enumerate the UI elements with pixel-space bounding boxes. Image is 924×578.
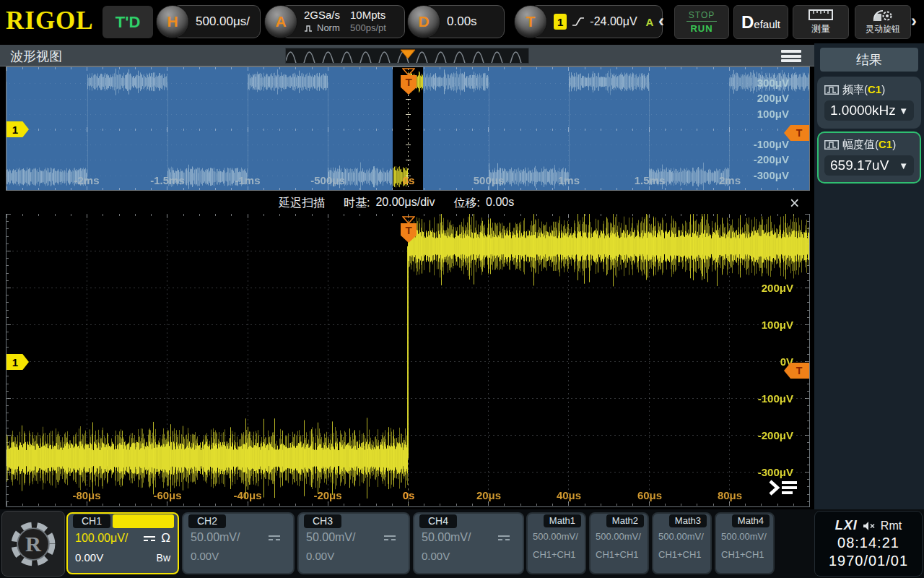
- math1-tab[interactable]: Math1: [544, 514, 581, 527]
- trigger-position-triangle-icon[interactable]: [402, 68, 415, 76]
- channel3-card[interactable]: CH3 50.00mV/ 0.00V: [297, 512, 410, 574]
- clock-time: 08:14:21: [837, 535, 899, 551]
- dc-coupling-icon: [144, 536, 155, 541]
- rigol-logo: RIGOL: [6, 7, 94, 35]
- window-position-marker: [401, 50, 415, 59]
- measurement-value: 1.0000kHz: [830, 103, 896, 118]
- trigger-control[interactable]: T 1 -24.00μV A: [514, 5, 663, 38]
- math1-card[interactable]: Math1 500.00mV/ CH1+CH1: [526, 512, 586, 574]
- toolbar-prev-icon[interactable]: ‹: [658, 11, 664, 31]
- channel2-card[interactable]: CH2 50.00mV/ 0.00V: [182, 512, 295, 574]
- math2-tab[interactable]: Math2: [606, 514, 644, 527]
- offset-label: 位移:: [454, 196, 480, 211]
- math4-card[interactable]: Math4 500.00mV/ CH1+CH1: [715, 512, 775, 574]
- math4-tab[interactable]: Math4: [732, 514, 770, 527]
- acquire-knob[interactable]: A: [264, 5, 297, 38]
- trigger-info[interactable]: 1 -24.00μV A: [531, 5, 663, 38]
- trigger-position-triangle-icon[interactable]: [402, 216, 415, 224]
- sine-indicator-icon: [286, 48, 529, 64]
- math3-card[interactable]: Math3 500.00mV/ CH1+CH1: [652, 512, 712, 574]
- delay-knob[interactable]: D: [407, 5, 440, 38]
- y-tick: -300μV: [738, 169, 789, 182]
- channel-offset: 0.00V: [306, 550, 334, 562]
- channel4-tab[interactable]: CH4: [419, 514, 457, 528]
- measurement-frequency-card[interactable]: 频率(C1) 1.0000kHz ▼: [817, 77, 921, 129]
- y-tick: 100μV: [738, 108, 789, 121]
- channel2-tab[interactable]: CH2: [188, 514, 226, 528]
- trigger-knob[interactable]: T: [514, 5, 547, 38]
- stop-label: STOP: [687, 10, 717, 22]
- rigol-knob-logo[interactable]: R: [1, 511, 65, 577]
- x-tick: -80μs: [58, 489, 116, 501]
- waveform-view-title: 波形视图: [10, 48, 62, 65]
- system-status-card[interactable]: LXI Rmt 08:14:21 1970/01/01: [814, 511, 923, 577]
- x-tick-zero: 0s: [380, 174, 437, 186]
- trigger-status-badge[interactable]: T'D: [103, 6, 153, 38]
- math2-card[interactable]: Math2 500.00mV/ CH1+CH1: [589, 512, 649, 574]
- x-tick: 1.5ms: [621, 174, 679, 186]
- dc-coupling-icon: [384, 535, 396, 540]
- bottom-status-bar: R CH1 100.00μV/ Ω 0.00V Bw CH2 50.00mV/ …: [0, 509, 924, 578]
- channel1-active-strip: [113, 514, 174, 528]
- stop-run-button[interactable]: STOP RUN: [674, 5, 729, 39]
- timebase-position-indicator[interactable]: [285, 48, 529, 64]
- knob-gear-icon: [872, 9, 894, 22]
- horizontal-control[interactable]: H 500.00μs/: [156, 5, 261, 38]
- hamburger-menu-icon[interactable]: [781, 50, 801, 62]
- x-tick: -60μs: [139, 489, 196, 501]
- measure-button[interactable]: 测量: [793, 5, 849, 39]
- channel-scale: 50.00mV/: [306, 531, 355, 544]
- menu-expand-icon[interactable]: [767, 476, 799, 499]
- toolbar-next-icon[interactable]: ›: [911, 11, 917, 31]
- default-button[interactable]: Default: [733, 5, 788, 39]
- y-tick: 100μV: [743, 319, 793, 332]
- results-title: 结果: [820, 48, 918, 72]
- x-tick: 80μs: [701, 489, 759, 501]
- math3-tab[interactable]: Math3: [669, 514, 707, 527]
- gear-logo-icon: R: [6, 517, 61, 571]
- math-expression: CH1+CH1: [658, 549, 705, 560]
- math-expression: CH1+CH1: [596, 549, 642, 560]
- delay-control[interactable]: D 0.00s: [407, 5, 505, 38]
- x-tick: -20μs: [299, 489, 357, 501]
- horizontal-knob[interactable]: H: [156, 5, 189, 38]
- x-tick: 1ms: [540, 174, 598, 186]
- trigger-sweep-mode: A: [646, 16, 654, 28]
- math-scale: 500.00mV/: [658, 531, 705, 542]
- acquire-info[interactable]: 2GSa/s Norm 10Mpts 500ps/pt: [281, 5, 405, 38]
- results-panel: 结果 频率(C1) 1.0000kHz ▼ 幅度值(C1) 659.17uV ▼: [814, 43, 924, 509]
- delay-sweep-title: 延迟扫描: [279, 196, 325, 211]
- acquire-control[interactable]: A 2GSa/s Norm 10Mpts 500ps/pt: [264, 5, 405, 38]
- pulse-mode-icon: [304, 24, 314, 33]
- channel4-card[interactable]: CH4 50.00mV/ 0.00V: [413, 512, 524, 574]
- x-tick: -1ms: [219, 174, 276, 186]
- channel3-tab[interactable]: CH3: [304, 514, 341, 528]
- zoom-waveform-view[interactable]: T 1 T -80μs -60μs -40μs -20μs 0s 20μs 40…: [6, 214, 810, 507]
- dc-coupling-icon: [498, 535, 510, 540]
- dropdown-icon[interactable]: ▼: [899, 160, 908, 171]
- channel1-tab[interactable]: CH1: [73, 514, 110, 528]
- x-tick: 60μs: [621, 489, 679, 501]
- x-tick: 500μs: [460, 174, 518, 186]
- measurement-amplitude-card[interactable]: 幅度值(C1) 659.17uV ▼: [817, 131, 921, 184]
- channel1-card[interactable]: CH1 100.00μV/ Ω 0.00V Bw: [66, 512, 179, 574]
- math-scale: 500.00mV/: [533, 531, 580, 542]
- zoom-waveform-canvas[interactable]: [6, 214, 809, 506]
- trigger-source-chip: 1: [554, 14, 567, 30]
- impedance-label: Ω: [161, 531, 170, 545]
- trigger-level: -24.00μV: [590, 15, 637, 28]
- measurement-value: 659.17uV: [830, 158, 889, 173]
- math-expression: CH1+CH1: [533, 549, 580, 560]
- channel-scale: 100.00μV/: [75, 532, 128, 545]
- channel-offset: 0.00V: [422, 550, 450, 562]
- sample-resolution: 500ps/pt: [350, 22, 386, 35]
- close-icon[interactable]: ×: [790, 193, 799, 213]
- dropdown-icon[interactable]: ▼: [899, 105, 908, 116]
- rising-edge-icon: [572, 16, 585, 27]
- y-tick: -200μV: [738, 153, 789, 166]
- x-tick-zero: 0s: [380, 489, 437, 501]
- quick-knob-button[interactable]: 灵动旋钮: [855, 5, 911, 39]
- math-scale: 500.00mV/: [596, 531, 642, 542]
- x-tick: -1.5ms: [139, 174, 196, 186]
- main-waveform-view[interactable]: T 1 T -2ms -1.5ms -1ms -500μs 0s 500μs 1…: [6, 66, 810, 191]
